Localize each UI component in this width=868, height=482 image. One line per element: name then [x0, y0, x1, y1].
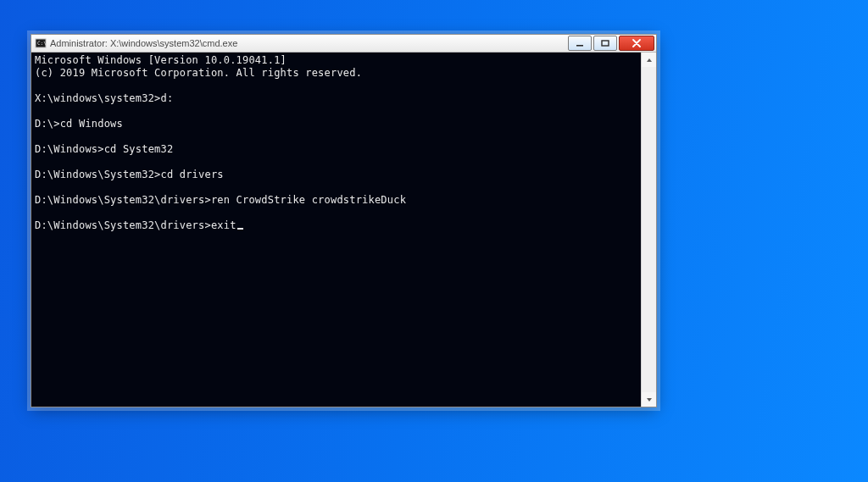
terminal-line: D:\>cd Windows [35, 118, 637, 130]
terminal-line [35, 207, 637, 219]
minimize-button[interactable] [568, 36, 592, 51]
text-cursor [237, 228, 243, 230]
terminal-line [35, 105, 637, 118]
terminal-line: Microsoft Windows [Version 10.0.19041.1] [35, 54, 637, 67]
terminal-line: X:\windows\system32>d: [35, 92, 637, 105]
titlebar[interactable]: C:\ Administrator: X:\windows\system32\c… [31, 35, 656, 53]
svg-text:C:\: C:\ [37, 40, 47, 46]
terminal-line [35, 80, 637, 92]
desktop-background: C:\ Administrator: X:\windows\system32\c… [0, 0, 868, 482]
terminal-line: D:\Windows\System32\drivers>exit [35, 219, 637, 232]
terminal-line: D:\Windows>cd System32 [35, 143, 637, 156]
scroll-track[interactable] [642, 67, 656, 392]
window-client-area: Microsoft Windows [Version 10.0.19041.1]… [31, 53, 656, 407]
scroll-down-button[interactable] [642, 392, 656, 407]
scroll-up-button[interactable] [642, 53, 656, 67]
window-controls [568, 36, 656, 51]
terminal-line [35, 156, 637, 169]
svg-rect-2 [576, 45, 583, 47]
close-button[interactable] [619, 36, 654, 51]
terminal-line: D:\Windows\System32>cd drivers [35, 169, 637, 181]
cmd-window: C:\ Administrator: X:\windows\system32\c… [31, 34, 657, 407]
svg-rect-3 [602, 41, 609, 46]
maximize-button[interactable] [593, 36, 617, 51]
terminal-line: D:\Windows\System32\drivers>ren CrowdStr… [35, 194, 637, 207]
vertical-scrollbar[interactable] [641, 53, 656, 407]
terminal-line: (c) 2019 Microsoft Corporation. All righ… [35, 67, 637, 80]
terminal-output[interactable]: Microsoft Windows [Version 10.0.19041.1]… [31, 53, 641, 407]
terminal-line [35, 181, 637, 194]
terminal-line [35, 130, 637, 143]
window-title: Administrator: X:\windows\system32\cmd.e… [50, 38, 568, 48]
cmd-icon: C:\ [35, 37, 47, 49]
